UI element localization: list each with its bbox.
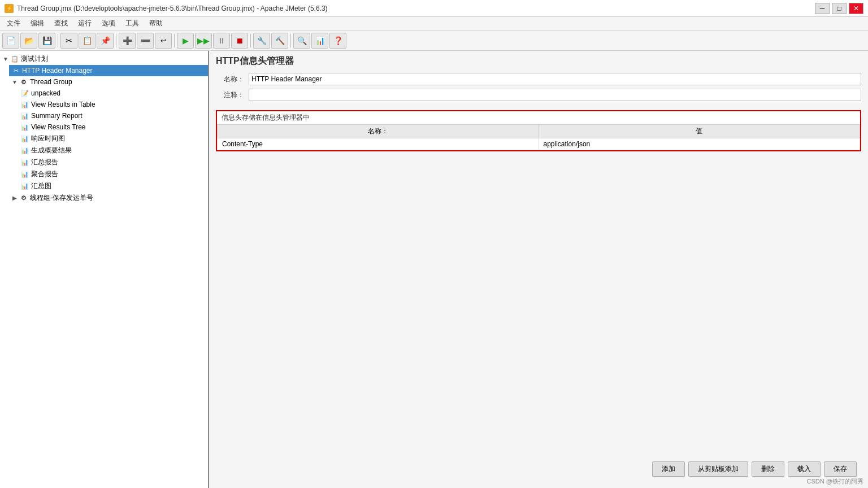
tree-label: 汇总图 — [31, 181, 51, 191]
plan-icon: 📋 — [10, 55, 19, 64]
tree-item-summary-graph[interactable]: 📊 汇总图 — [18, 180, 208, 192]
listener-icon: 📊 — [20, 111, 29, 120]
toolbar-sep2 — [116, 34, 116, 47]
sampler-icon: 📝 — [20, 89, 29, 98]
table-row: Content-Type application/json — [218, 138, 860, 150]
tree-label: View Results in Table — [31, 101, 96, 108]
tree-panel: ▼ 📋 测试计划 ✂ HTTP Header Manager ▼ ⚙ Threa… — [0, 51, 209, 488]
toolbar-search[interactable]: 🔍 — [293, 33, 310, 49]
toolbar-help[interactable]: ❓ — [329, 33, 346, 49]
title-bar: ⚡ Thread Group.jmx (D:\developtools\apac… — [0, 0, 868, 17]
tree-item-thread-group-2[interactable]: ▶ ⚙ 线程组-保存发运单号 — [9, 192, 208, 204]
maximize-button[interactable]: □ — [832, 3, 847, 14]
toolbar-cut[interactable]: ✂ — [60, 33, 77, 49]
app-icon: ⚡ — [5, 4, 14, 13]
tree-item-generate-summary[interactable]: 📊 生成概要结果 — [18, 145, 208, 156]
toolbar-add[interactable]: ➕ — [119, 33, 136, 49]
toolbar-remove[interactable]: ➖ — [137, 33, 154, 49]
toolbar-settings1[interactable]: 🔧 — [253, 33, 270, 49]
panel-title: HTTP信息头管理器 — [209, 51, 868, 71]
add-from-clipboard-button[interactable]: 从剪贴板添加 — [688, 461, 748, 477]
tree-item-aggregate-graph[interactable]: 📊 聚合报告 — [18, 168, 208, 180]
tree-item-view-results-tree[interactable]: 📊 View Results Tree — [18, 121, 208, 133]
comment-input[interactable] — [249, 89, 861, 101]
toolbar-settings2[interactable]: 🔨 — [271, 33, 288, 49]
collapse-icon[interactable]: ▼ — [11, 79, 18, 85]
collapse-icon[interactable]: ▼ — [2, 56, 9, 63]
menu-help[interactable]: 帮助 — [145, 18, 167, 29]
col-header-name: 名称： — [218, 125, 539, 138]
tree-item-view-results-table[interactable]: 📊 View Results in Table — [18, 99, 208, 110]
header-table: 名称： 值 Content-Type application/json — [217, 124, 860, 150]
window-title: Thread Group.jmx (D:\developtools\apache… — [17, 5, 328, 12]
thread-group-icon: ⚙ — [19, 194, 28, 203]
toolbar-save[interactable]: 💾 — [38, 33, 55, 49]
row-value-cell[interactable]: application/json — [539, 138, 860, 150]
toolbar-open[interactable]: 📂 — [20, 33, 37, 49]
name-row: 名称： — [216, 73, 861, 85]
toolbar-sep1 — [58, 34, 58, 47]
toolbar-report[interactable]: 📊 — [311, 33, 328, 49]
comment-label: 注释： — [216, 90, 244, 100]
tree-label: Summary Report — [31, 112, 83, 120]
tree-label: 汇总报告 — [31, 158, 58, 167]
watermark: CSDN @铁打的阿秀 — [807, 477, 863, 486]
tree-item-summary-report[interactable]: 📊 Summary Report — [18, 110, 208, 121]
menu-options[interactable]: 选项 — [97, 18, 120, 29]
tree-item-unpacked[interactable]: 📝 unpacked — [18, 88, 208, 99]
tree-label: HTTP Header Manager — [22, 67, 93, 75]
toolbar-run[interactable]: ▶ — [177, 33, 194, 49]
load-button[interactable]: 载入 — [788, 461, 821, 477]
save-button[interactable]: 保存 — [824, 461, 857, 477]
toolbar-undo[interactable]: ↩ — [155, 33, 172, 49]
minimize-button[interactable]: ─ — [815, 3, 830, 14]
add-button[interactable]: 添加 — [652, 461, 685, 477]
tree-label: 响应时间图 — [31, 134, 65, 143]
toolbar-sep4 — [250, 34, 251, 47]
info-section-title: 信息头存储在信息头管理器中 — [217, 111, 860, 124]
listener-icon: 📊 — [20, 170, 29, 179]
menu-run[interactable]: 运行 — [73, 18, 96, 29]
thread-group-icon: ⚙ — [19, 77, 28, 86]
tree-item-test-plan[interactable]: ▼ 📋 测试计划 — [0, 53, 208, 65]
col-header-value: 值 — [539, 125, 860, 138]
form-section: 名称： 注释： — [209, 71, 868, 107]
right-panel: HTTP信息头管理器 名称： 注释： 信息头存储在信息头管理器中 名称： 值 — [209, 51, 868, 488]
listener-icon: 📊 — [20, 158, 29, 167]
listener-icon: 📊 — [20, 134, 29, 143]
window-controls: ─ □ ✕ — [815, 3, 863, 14]
main-layout: ▼ 📋 测试计划 ✂ HTTP Header Manager ▼ ⚙ Threa… — [0, 51, 868, 488]
info-section: 信息头存储在信息头管理器中 名称： 值 Content-Type applica… — [216, 110, 861, 151]
toolbar-pause[interactable]: ⏸ — [213, 33, 230, 49]
tree-label: View Results Tree — [31, 123, 86, 131]
toolbar-stop[interactable]: ⏹ — [231, 33, 248, 49]
toolbar-new[interactable]: 📄 — [2, 33, 19, 49]
menu-file[interactable]: 文件 — [2, 18, 25, 29]
tree-label: 生成概要结果 — [31, 146, 72, 155]
tree-label: unpacked — [31, 89, 60, 97]
tree-item-thread-group[interactable]: ▼ ⚙ Thread Group — [9, 76, 208, 88]
listener-icon: 📊 — [20, 100, 29, 109]
toolbar-paste[interactable]: 📌 — [97, 33, 114, 49]
toolbar-run-all[interactable]: ▶▶ — [195, 33, 212, 49]
menu-find[interactable]: 查找 — [50, 18, 72, 29]
name-label: 名称： — [216, 75, 244, 84]
tree-item-http-header-manager[interactable]: ✂ HTTP Header Manager — [9, 65, 208, 76]
tree-label: 测试计划 — [21, 54, 48, 64]
tree-item-response-time[interactable]: 📊 响应时间图 — [18, 133, 208, 145]
menu-bar: 文件 编辑 查找 运行 选项 工具 帮助 — [0, 17, 868, 30]
menu-edit[interactable]: 编辑 — [26, 18, 49, 29]
menu-tools[interactable]: 工具 — [121, 18, 144, 29]
listener-icon: 📊 — [20, 182, 29, 191]
toolbar-sep3 — [174, 34, 175, 47]
toolbar-copy[interactable]: 📋 — [79, 33, 96, 49]
collapse-icon[interactable]: ▶ — [11, 195, 18, 202]
name-input[interactable] — [249, 73, 861, 85]
tree-item-aggregate-report[interactable]: 📊 汇总报告 — [18, 156, 208, 168]
toolbar-sep5 — [290, 34, 291, 47]
delete-button[interactable]: 删除 — [752, 461, 784, 477]
listener-icon: 📊 — [20, 146, 29, 155]
tree-label: 聚合报告 — [31, 169, 58, 179]
close-button[interactable]: ✕ — [849, 3, 863, 14]
row-name-cell[interactable]: Content-Type — [218, 138, 539, 150]
